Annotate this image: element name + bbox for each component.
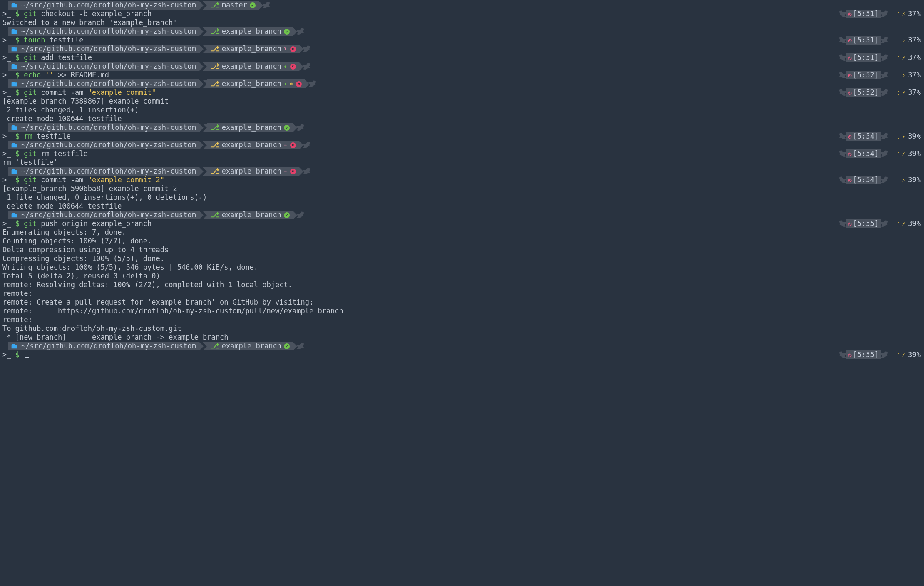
time-label: [5:52] bbox=[853, 88, 879, 97]
clock-icon: ◴ bbox=[848, 350, 852, 359]
folder-icon: 🖿 bbox=[11, 141, 18, 149]
prompt-symbol: >_ bbox=[2, 176, 15, 184]
git-status-indicator: – bbox=[283, 167, 288, 176]
git-branch-icon: ⎇ bbox=[211, 62, 219, 71]
time-label: [5:55] bbox=[853, 219, 879, 228]
git-status-dirty-icon: ✖ bbox=[290, 169, 296, 174]
git-status-indicator: ✚ bbox=[283, 79, 288, 88]
prompt-symbol: >_ bbox=[2, 219, 15, 228]
bolt-icon: ⚡ bbox=[902, 219, 905, 228]
right-prompt: ◴[5:52] ▯⚡37% bbox=[833, 71, 921, 79]
bolt-icon: ⚡ bbox=[902, 36, 905, 45]
cwd-path: ~/src/github.com/drofloh/oh-my-zsh-custo… bbox=[21, 27, 196, 36]
right-prompt: ◴[5:51] ▯⚡37% bbox=[833, 36, 921, 45]
cwd-path: ~/src/github.com/drofloh/oh-my-zsh-custo… bbox=[21, 141, 196, 149]
git-status-dirty-icon: ✖ bbox=[290, 46, 296, 52]
folder-icon: 🖿 bbox=[11, 342, 18, 350]
git-branch-name: example_branch bbox=[222, 79, 281, 88]
status-bar: 🖿~/src/github.com/drofloh/oh-my-zsh-cust… bbox=[0, 342, 310, 350]
git-branch-icon: ⎇ bbox=[211, 79, 219, 88]
cwd-path: ~/src/github.com/drofloh/oh-my-zsh-custo… bbox=[21, 62, 196, 71]
output-line: remote: https://github.com/drofloh/oh-my… bbox=[0, 307, 924, 315]
time-label: [5:52] bbox=[853, 71, 879, 79]
folder-icon: 🖿 bbox=[11, 123, 18, 132]
bolt-icon: ⚡ bbox=[902, 53, 905, 62]
git-status-dirty-icon: ✖ bbox=[296, 81, 302, 87]
clock-icon: ◴ bbox=[848, 149, 852, 158]
folder-icon: 🖿 bbox=[11, 1, 18, 10]
git-status-ok-icon: ✔ bbox=[284, 125, 290, 131]
time-label: [5:51] bbox=[853, 36, 879, 45]
cwd-path: ~/src/github.com/drofloh/oh-my-zsh-custo… bbox=[21, 45, 196, 53]
folder-icon: 🖿 bbox=[11, 45, 18, 53]
battery-percent: 37% bbox=[908, 88, 921, 97]
output-line: Switched to a new branch 'example_branch… bbox=[0, 18, 924, 27]
battery-percent: 37% bbox=[908, 36, 921, 45]
git-branch-icon: ⎇ bbox=[211, 1, 219, 10]
prompt-symbol: >_ bbox=[2, 71, 15, 79]
folder-icon: 🖿 bbox=[11, 167, 18, 176]
battery-percent: 39% bbox=[908, 350, 921, 359]
battery-icon: ▯ bbox=[897, 350, 900, 359]
right-prompt: ◴[5:54] ▯⚡39% bbox=[833, 132, 921, 141]
terminal[interactable]: 🖿~/src/github.com/drofloh/oh-my-zsh-cust… bbox=[0, 1, 924, 359]
git-branch-icon: ⎇ bbox=[211, 27, 219, 36]
git-status-dirty-icon: ✖ bbox=[290, 142, 296, 148]
status-bar: 🖿~/src/github.com/drofloh/oh-my-zsh-cust… bbox=[0, 45, 316, 53]
command: git bbox=[24, 10, 37, 18]
git-branch-name: example_branch bbox=[222, 123, 281, 132]
time-label: [5:54] bbox=[853, 149, 879, 158]
battery-icon: ▯ bbox=[897, 53, 900, 62]
clock-icon: ◴ bbox=[848, 132, 852, 141]
right-prompt: ◴[5:51] ▯⚡37% bbox=[833, 53, 921, 62]
right-prompt: ◴[5:55] ▯⚡39% bbox=[833, 350, 921, 359]
battery-icon: ▯ bbox=[897, 88, 900, 97]
status-bar: 🖿~/src/github.com/drofloh/oh-my-zsh-cust… bbox=[0, 167, 316, 176]
git-branch-icon: ⎇ bbox=[211, 342, 219, 350]
status-bar: 🖿~/src/github.com/drofloh/oh-my-zsh-cust… bbox=[0, 141, 316, 149]
battery-percent: 39% bbox=[908, 176, 921, 184]
clock-icon: ◴ bbox=[848, 176, 852, 184]
battery-icon: ▯ bbox=[897, 132, 900, 141]
right-prompt: ◴[5:54] ▯⚡39% bbox=[833, 176, 921, 184]
bolt-icon: ⚡ bbox=[902, 88, 905, 97]
bolt-icon: ⚡ bbox=[902, 71, 905, 79]
bolt-icon: ⚡ bbox=[902, 350, 905, 359]
bolt-icon: ⚡ bbox=[902, 10, 905, 18]
right-prompt: ◴[5:52] ▯⚡37% bbox=[833, 88, 921, 97]
time-label: [5:54] bbox=[853, 176, 879, 184]
clock-icon: ◴ bbox=[848, 36, 852, 45]
git-status-ok-icon: ✔ bbox=[284, 29, 290, 35]
status-bar: 🖿~/src/github.com/drofloh/oh-my-zsh-cust… bbox=[0, 211, 310, 219]
git-branch-name: example_branch bbox=[222, 62, 281, 71]
git-branch-icon: ⎇ bbox=[211, 167, 219, 176]
status-bar: 🖿~/src/github.com/drofloh/oh-my-zsh-cust… bbox=[0, 1, 276, 10]
clock-icon: ◴ bbox=[848, 71, 852, 79]
bolt-icon: ⚡ bbox=[902, 149, 905, 158]
git-branch-icon: ⎇ bbox=[211, 211, 219, 219]
cursor[interactable] bbox=[25, 357, 29, 358]
cwd-path: ~/src/github.com/drofloh/oh-my-zsh-custo… bbox=[21, 1, 196, 10]
output-line: * [new branch] example_branch -> example… bbox=[0, 333, 924, 342]
battery-percent: 37% bbox=[908, 53, 921, 62]
status-bar: 🖿~/src/github.com/drofloh/oh-my-zsh-cust… bbox=[0, 62, 316, 71]
git-branch-name: example_branch bbox=[222, 167, 281, 176]
clock-icon: ◴ bbox=[848, 219, 852, 228]
battery-icon: ▯ bbox=[897, 219, 900, 228]
folder-icon: 🖿 bbox=[11, 62, 18, 71]
output-line: Enumerating objects: 7, done. bbox=[0, 228, 924, 237]
status-bar: 🖿~/src/github.com/drofloh/oh-my-zsh-cust… bbox=[0, 123, 310, 132]
git-branch-name: example_branch bbox=[222, 141, 281, 149]
battery-percent: 37% bbox=[908, 10, 921, 18]
git-branch-name: master bbox=[222, 1, 247, 10]
clock-icon: ◴ bbox=[848, 10, 852, 18]
git-status-ok-icon: ✔ bbox=[284, 343, 290, 349]
clock-icon: ◴ bbox=[848, 88, 852, 97]
prompt-symbol: >_ bbox=[2, 149, 15, 158]
prompt-symbol: >_ bbox=[2, 350, 15, 359]
battery-icon: ▯ bbox=[897, 71, 900, 79]
right-prompt: ◴[5:54] ▯⚡39% bbox=[833, 149, 921, 158]
folder-icon: 🖿 bbox=[11, 211, 18, 219]
battery-percent: 39% bbox=[908, 149, 921, 158]
output-line: Writing objects: 100% (5/5), 546 bytes |… bbox=[0, 263, 924, 272]
